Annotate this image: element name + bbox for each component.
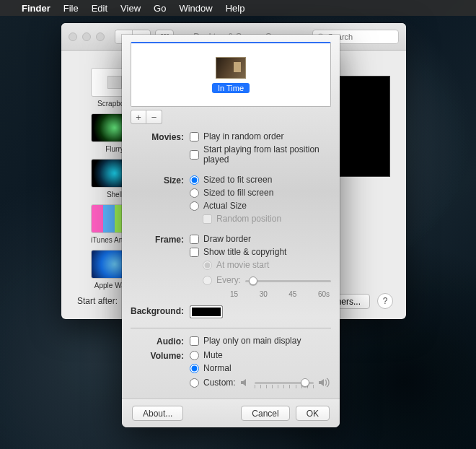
cancel-button[interactable]: Cancel	[241, 406, 289, 421]
random-order-label: Play in random order	[203, 131, 283, 141]
menu-file[interactable]: File	[63, 3, 79, 14]
show-title-checkbox[interactable]: Show title & copyright	[190, 247, 331, 257]
size-actual-label: Actual Size	[203, 201, 247, 211]
interval-slider	[245, 274, 331, 287]
help-button[interactable]: ?	[377, 293, 393, 309]
menu-bar: Finder File Edit View Go Window Help	[0, 0, 476, 16]
zoom-button[interactable]	[96, 32, 105, 41]
audio-main-only-label: Play only on main display	[203, 336, 301, 346]
draw-border-checkbox[interactable]: Draw border	[190, 234, 331, 244]
menu-window[interactable]: Window	[179, 3, 212, 14]
screensaver-options-sheet: In Time + − Movies: Play in random order…	[122, 35, 340, 427]
traffic-lights	[69, 32, 105, 41]
background-color-swatch[interactable]	[190, 305, 223, 318]
audio-main-only-checkbox[interactable]: Play only on main display	[190, 336, 331, 346]
at-start-label: At movie start	[216, 260, 269, 270]
menu-view[interactable]: View	[120, 3, 141, 14]
menu-finder[interactable]: Finder	[22, 3, 50, 14]
divider	[131, 328, 331, 328]
random-position-label: Random position	[216, 214, 281, 224]
volume-mute-radio[interactable]: Mute	[190, 350, 331, 360]
tick-15: 15	[230, 290, 238, 298]
saver-label: Shell	[107, 191, 123, 199]
menu-go[interactable]: Go	[154, 3, 166, 14]
volume-low-icon	[240, 378, 250, 387]
audio-label: Audio:	[131, 336, 190, 349]
size-fit-radio[interactable]: Sized to fit screen	[190, 175, 331, 185]
at-movie-start-radio: At movie start	[190, 260, 331, 270]
volume-normal-radio[interactable]: Normal	[190, 363, 331, 373]
tick-30: 30	[260, 290, 268, 298]
ok-button[interactable]: OK	[296, 406, 330, 421]
minimize-button[interactable]	[82, 32, 91, 41]
mute-label: Mute	[203, 350, 223, 360]
add-movie-button[interactable]: +	[131, 110, 146, 124]
volume-label: Volume:	[131, 350, 190, 392]
frame-label: Frame:	[131, 234, 190, 298]
about-button[interactable]: About...	[132, 406, 183, 421]
volume-high-icon	[318, 378, 331, 388]
movies-label: Movies:	[131, 131, 190, 167]
size-fill-radio[interactable]: Sized to fill screen	[190, 188, 331, 198]
background-label: Background:	[131, 305, 190, 321]
draw-border-label: Draw border	[203, 234, 251, 244]
start-after-label: Start after:	[77, 296, 118, 306]
volume-custom-row[interactable]: Custom:	[190, 376, 331, 389]
size-actual-radio[interactable]: Actual Size	[190, 201, 331, 211]
size-fit-label: Sized to fit screen	[203, 175, 272, 185]
saver-label: Flurry	[105, 145, 124, 153]
last-position-checkbox[interactable]: Start playing from last position played	[190, 144, 331, 165]
random-position-checkbox: Random position	[190, 214, 331, 224]
tick-60: 60s	[318, 290, 330, 298]
volume-slider[interactable]	[255, 376, 314, 389]
show-title-label: Show title & copyright	[203, 247, 286, 257]
menu-edit[interactable]: Edit	[92, 3, 107, 14]
normal-label: Normal	[203, 363, 232, 373]
add-remove-buttons: + −	[131, 110, 331, 124]
menu-help[interactable]: Help	[226, 3, 245, 14]
last-position-label: Start playing from last position played	[203, 144, 331, 165]
every-radio-row: Every:	[190, 273, 331, 287]
size-fill-label: Sized to fill screen	[203, 188, 273, 198]
random-order-checkbox[interactable]: Play in random order	[190, 131, 331, 141]
movie-selected-label[interactable]: In Time	[212, 83, 250, 93]
remove-movie-button[interactable]: −	[146, 110, 162, 124]
movie-thumbnail[interactable]	[216, 57, 246, 79]
custom-label: Custom:	[203, 378, 236, 388]
movie-list[interactable]: In Time	[131, 42, 331, 107]
every-label: Every:	[216, 275, 241, 285]
sheet-footer: About... Cancel OK	[122, 398, 340, 427]
close-button[interactable]	[69, 32, 77, 41]
size-label: Size:	[131, 175, 190, 227]
tick-45: 45	[288, 290, 296, 298]
